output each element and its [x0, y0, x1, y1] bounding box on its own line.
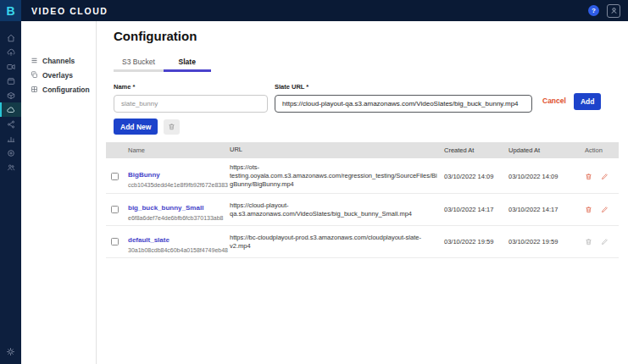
row-checkbox[interactable] [111, 238, 119, 245]
slate-name-link[interactable]: big_buck_bunny_Small [128, 204, 203, 212]
updated-at: 03/10/2022 14:17 [509, 206, 585, 213]
slate-url: https://ots-testing.ooyala.com.s3.amazon… [230, 163, 444, 189]
edit-icon [601, 238, 609, 245]
created-at: 03/10/2022 14:09 [444, 173, 509, 180]
column-header-action: Action [585, 146, 619, 154]
analytics-icon[interactable] [0, 131, 21, 146]
slate-name-link[interactable]: default_slate [128, 236, 170, 244]
sidebar-item-configuration[interactable]: Configuration [21, 82, 96, 97]
sidebar-item-overlays[interactable]: Overlays [21, 68, 96, 82]
sidebar-item-channels[interactable]: Channels [21, 53, 96, 68]
gear-icon[interactable] [0, 347, 21, 356]
sidebar: Channels Overlays Configuration [21, 21, 96, 364]
cloud-icon[interactable] [0, 102, 21, 117]
slate-id: e6f8a6def7e4de6bfb6fcb370133ab8 [128, 215, 225, 221]
page-title: Configuration [114, 29, 628, 43]
account-icon[interactable] [607, 4, 620, 18]
sidebar-item-label: Configuration [42, 85, 90, 94]
help-icon[interactable]: ? [588, 5, 599, 16]
url-field-label: Slate URL * [275, 83, 532, 91]
updated-at: 03/10/2022 19:59 [509, 238, 585, 245]
column-header-name: Name [128, 146, 230, 154]
column-header-created: Created At [444, 146, 509, 154]
product-title: VIDEO CLOUD [31, 6, 108, 16]
slate-form: Name * Slate URL * Cancel Add [114, 83, 628, 113]
delete-icon[interactable] [585, 173, 592, 180]
slate-id: 30a1b08cdb84c60b4a0158f4749eb48 [128, 247, 225, 253]
video-camera-icon[interactable] [0, 59, 21, 74]
table-row: BigBunny ccb10435dedd4e1e8f9fb92f672e838… [106, 159, 619, 194]
home-icon[interactable] [0, 30, 21, 45]
media-library-icon[interactable] [0, 74, 21, 88]
column-header-updated: Updated At [509, 146, 585, 154]
slate-url: https://bc-cloudplayout-prod.s3.amazonaw… [230, 234, 444, 251]
table-toolbar: Add New [114, 119, 628, 135]
bulk-delete-icon [164, 119, 180, 135]
list-icon [31, 57, 38, 64]
users-icon[interactable] [0, 160, 21, 174]
table-row: default_slate 30a1b08cdb84c60b4a0158f474… [106, 226, 619, 258]
cancel-button[interactable]: Cancel [542, 97, 566, 105]
table-row: big_buck_bunny_Small e6f8a6def7e4de6bfb6… [106, 194, 619, 226]
edit-icon[interactable] [601, 206, 609, 213]
url-field-group: Slate URL * [275, 83, 532, 113]
slate-id: ccb10435dedd4e1e8f9fb92f672e8383 [128, 182, 225, 188]
created-at: 03/10/2022 19:59 [444, 238, 509, 245]
updated-at: 03/10/2022 14:09 [509, 173, 585, 180]
created-at: 03/10/2022 14:17 [444, 206, 509, 213]
name-field-label: Name * [114, 83, 268, 91]
overlays-icon [31, 71, 38, 79]
topbar: B VIDEO CLOUD ? [0, 0, 628, 21]
grid-icon [31, 85, 38, 93]
table-header: Name URL Created At Updated At Action [106, 142, 619, 159]
add-new-button[interactable]: Add New [114, 119, 158, 135]
sidebar-item-label: Channels [42, 57, 75, 65]
row-checkbox[interactable] [111, 206, 119, 213]
sidebar-item-label: Overlays [42, 71, 73, 80]
package-icon[interactable] [0, 88, 21, 102]
brightcove-logo: B [0, 0, 21, 21]
slate-name-link[interactable]: BigBunny [128, 171, 160, 179]
delete-icon [585, 238, 592, 245]
share-icon[interactable] [0, 117, 21, 131]
column-header-url: URL [230, 146, 444, 154]
slate-url: https://cloud-playout-qa.s3.amazonaws.co… [230, 201, 444, 218]
topbar-actions: ? [588, 4, 628, 18]
target-icon[interactable] [0, 146, 21, 160]
cloud-upload-icon[interactable] [0, 45, 21, 59]
nav-rail [0, 21, 21, 364]
row-checkbox[interactable] [111, 173, 119, 180]
slates-table: Name URL Created At Updated At Action Bi… [106, 142, 619, 258]
tab-slate[interactable]: Slate [164, 55, 211, 72]
add-button[interactable]: Add [574, 93, 602, 110]
name-input[interactable] [114, 95, 268, 113]
name-field-group: Name * [114, 83, 268, 113]
brightcove-logo-glyph: B [6, 5, 14, 17]
main-content: Configuration S3 Bucket Slate Name * Sla… [96, 21, 628, 364]
tab-bar: S3 Bucket Slate [114, 55, 628, 72]
tab-s3-bucket[interactable]: S3 Bucket [114, 55, 164, 72]
slate-url-input[interactable] [275, 95, 532, 113]
edit-icon[interactable] [601, 173, 609, 180]
delete-icon[interactable] [585, 206, 592, 213]
